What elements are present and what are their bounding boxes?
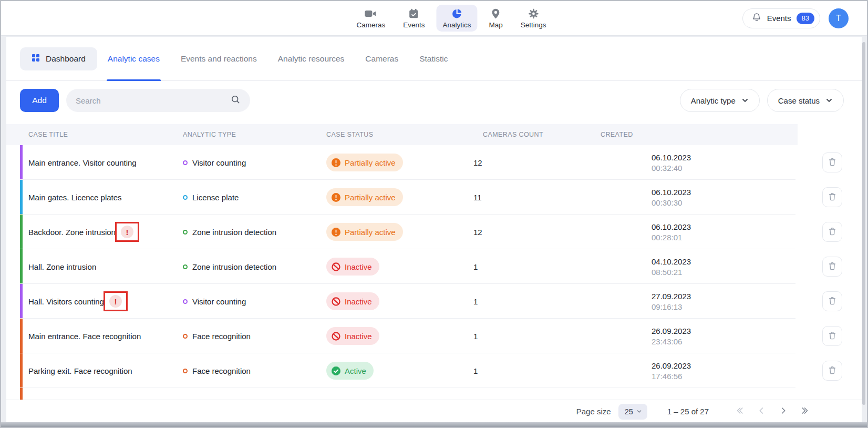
case-title-cell: Main gates. Licence plates <box>6 193 174 202</box>
column-header-case-status: CASE STATUS <box>324 124 471 145</box>
created-time: 09:16:13 <box>652 302 798 311</box>
created-time: 23:43:06 <box>652 337 798 346</box>
table-row-partial[interactable] <box>6 388 862 400</box>
table-row[interactable]: Main gates. Licence plates License plate… <box>6 180 862 215</box>
status-badge: Inactive <box>326 292 379 310</box>
last-page-icon <box>800 405 811 417</box>
column-header-case-title: CASE TITLE <box>6 124 174 145</box>
table-row[interactable]: Hall. Visitors counting ! Visitor counti… <box>6 284 862 319</box>
nav-item-events[interactable]: Events <box>397 5 431 32</box>
status-icon <box>332 262 340 271</box>
table-row[interactable]: Main entrance. Face recognition Face rec… <box>6 319 862 353</box>
search-box[interactable] <box>66 89 250 112</box>
nav-label: Map <box>489 21 502 29</box>
analytic-type-cell: Face recognition <box>174 366 324 375</box>
case-title: Main entrance. Face recognition <box>28 332 141 341</box>
tab-analytic-resources[interactable]: Analytic resources <box>278 37 345 80</box>
search-input[interactable] <box>76 96 230 105</box>
delete-button[interactable] <box>822 222 842 242</box>
created-time: 17:46:56 <box>652 372 798 381</box>
actions-cell <box>798 222 862 242</box>
case-title-cell: Main entrance. Visitor counting <box>6 158 174 167</box>
nav-item-cameras[interactable]: Cameras <box>350 5 391 32</box>
nav-label: Settings <box>521 21 546 29</box>
nav-item-analytics[interactable]: Analytics <box>436 5 477 32</box>
last-page-button[interactable] <box>799 404 812 419</box>
page-size-select[interactable]: 25 <box>618 404 647 420</box>
status-badge: Partially active <box>326 154 403 171</box>
annotation-highlight-box <box>104 291 128 311</box>
case-color-stripe <box>20 284 23 319</box>
add-button[interactable]: Add <box>20 89 59 112</box>
status-icon <box>332 297 340 306</box>
avatar[interactable]: T <box>829 8 849 28</box>
scrollbar-thumb[interactable] <box>862 42 865 405</box>
analytic-type-cell: License plate <box>174 193 324 202</box>
nav-item-map[interactable]: Map <box>482 5 509 32</box>
filter-label: Analytic type <box>691 96 736 105</box>
case-status-cell: Inactive <box>324 258 471 276</box>
tab-events-and-reactions[interactable]: Events and reactions <box>181 37 257 80</box>
pie-chart-icon <box>451 8 462 19</box>
cameras-count: 1 <box>471 262 600 271</box>
actions-cell <box>798 187 862 207</box>
case-status-cell: Partially active <box>324 154 471 171</box>
cameras-count: 1 <box>471 332 600 341</box>
nav-item-settings[interactable]: Settings <box>514 5 553 32</box>
delete-button[interactable] <box>822 152 842 172</box>
warning-indicator: ! <box>121 226 133 238</box>
column-header-cameras-count: CAMERAS COUNT <box>471 124 600 145</box>
cameras-count: 1 <box>471 297 600 306</box>
delete-button[interactable] <box>822 291 842 311</box>
analytic-type-cell: Zone intrusion detection <box>174 262 324 271</box>
status-icon <box>332 228 340 237</box>
filter-analytic-type[interactable]: Analytic type <box>680 89 760 112</box>
tab-statistic[interactable]: Statistic <box>419 37 448 80</box>
created-time: 00:28:01 <box>652 233 798 242</box>
delete-button[interactable] <box>822 326 842 346</box>
table-row[interactable]: Parking exit. Face recognition Face reco… <box>6 353 862 388</box>
case-status-cell: Partially active <box>324 223 471 241</box>
analytic-type-label: Zone intrusion detection <box>192 228 276 237</box>
case-color-stripe <box>20 249 23 284</box>
pagination-controls <box>733 404 812 419</box>
case-title: Backdoor. Zone intrusion <box>28 228 116 237</box>
chevron-down-icon <box>636 407 642 416</box>
analytic-type-icon <box>183 195 188 200</box>
tab-cameras[interactable]: Cameras <box>365 37 398 80</box>
case-status-cell: Partially active <box>324 188 471 206</box>
actions-cell <box>798 152 862 172</box>
created-time: 00:32:40 <box>652 164 798 172</box>
table-row[interactable]: Hall. Zone intrusion Zone intrusion dete… <box>6 249 862 284</box>
created-date: 04.10.2023 <box>652 257 798 266</box>
previous-page-button[interactable] <box>755 404 768 419</box>
case-title: Main entrance. Visitor counting <box>28 158 137 167</box>
status-label: Inactive <box>345 262 372 271</box>
created-date: 26.09.2023 <box>652 327 798 335</box>
tabs-bar: Dashboard Analytic casesEvents and react… <box>6 37 862 81</box>
column-header-created: CREATED <box>600 124 798 145</box>
analytic-type-cell: Zone intrusion detection <box>174 228 324 237</box>
table-body: Main entrance. Visitor counting Visitor … <box>6 145 862 400</box>
table-row[interactable]: Main entrance. Visitor counting Visitor … <box>6 145 862 180</box>
events-notifications-button[interactable]: Events 83 <box>742 8 820 28</box>
case-title-cell: Main entrance. Face recognition <box>6 332 174 341</box>
case-status-cell: Active <box>324 362 471 380</box>
filter-group: Analytic typeCase status <box>673 89 844 112</box>
next-page-button[interactable] <box>777 404 790 419</box>
actions-cell <box>798 326 862 346</box>
tab-analytic-cases[interactable]: Analytic cases <box>108 37 160 80</box>
content-panel: Dashboard Analytic casesEvents and react… <box>6 37 862 423</box>
delete-button[interactable] <box>822 361 842 381</box>
first-page-button[interactable] <box>733 404 746 419</box>
status-badge: Active <box>326 362 374 380</box>
first-page-icon <box>734 405 745 417</box>
status-badge: Inactive <box>326 327 379 345</box>
delete-button[interactable] <box>822 187 842 207</box>
table-row[interactable]: Backdoor. Zone intrusion ! Zone intrusio… <box>6 215 862 249</box>
delete-button[interactable] <box>822 257 842 277</box>
case-title-cell: Hall. Visitors counting ! <box>6 295 174 308</box>
dashboard-button[interactable]: Dashboard <box>20 47 97 70</box>
calendar-icon <box>408 8 420 19</box>
filter-case-status[interactable]: Case status <box>767 89 844 112</box>
